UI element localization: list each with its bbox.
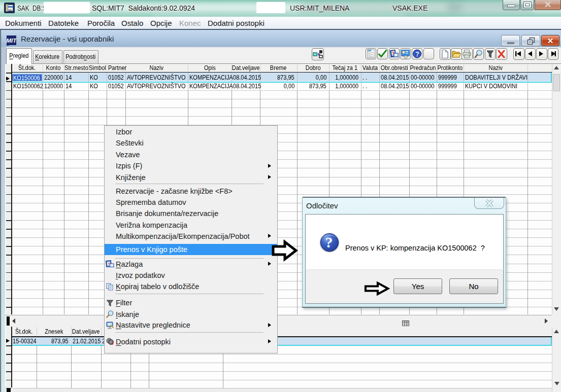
svg-text:?: ?: [415, 51, 419, 58]
svg-text:?: ?: [325, 234, 333, 251]
svg-text:MIT: MIT: [7, 38, 16, 44]
svg-text:?: ?: [107, 262, 110, 266]
